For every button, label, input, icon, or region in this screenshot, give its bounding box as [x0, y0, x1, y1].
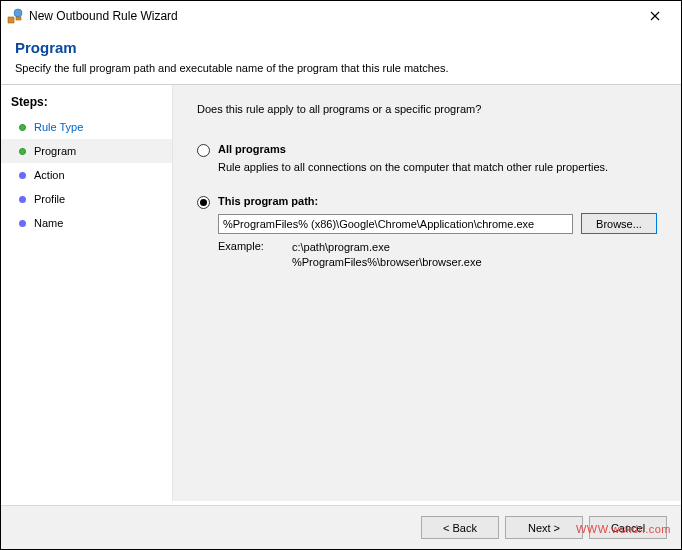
step-bullet-icon: [19, 196, 26, 203]
cancel-button[interactable]: Cancel: [589, 516, 667, 539]
step-bullet-icon: [19, 220, 26, 227]
radio-icon: [197, 196, 210, 209]
example-line: c:\path\program.exe: [292, 240, 482, 255]
svg-rect-1: [16, 17, 21, 20]
radio-label: All programs: [218, 143, 286, 155]
window-title: New Outbound Rule Wizard: [29, 9, 635, 23]
next-button[interactable]: Next >: [505, 516, 583, 539]
step-label: Name: [34, 217, 63, 229]
step-rule-type[interactable]: Rule Type: [1, 115, 172, 139]
radio-label: This program path:: [218, 195, 318, 207]
page-subtitle: Specify the full program path and execut…: [15, 62, 667, 74]
step-bullet-icon: [19, 172, 26, 179]
example-block: Example: c:\path\program.exe %ProgramFil…: [218, 240, 657, 271]
radio-icon: [197, 144, 210, 157]
example-line: %ProgramFiles%\browser\browser.exe: [292, 255, 482, 270]
steps-title: Steps:: [1, 91, 172, 115]
radio-all-programs[interactable]: All programs: [197, 143, 657, 157]
app-icon: [7, 8, 23, 24]
svg-point-0: [14, 9, 22, 17]
steps-sidebar: Steps: Rule Type Program Action Profile …: [1, 85, 173, 501]
step-bullet-icon: [19, 124, 26, 131]
program-path-input[interactable]: [218, 214, 573, 234]
step-label: Profile: [34, 193, 65, 205]
step-label: Rule Type: [34, 121, 83, 133]
wizard-header: Program Specify the full program path an…: [1, 31, 681, 84]
close-button[interactable]: [635, 4, 675, 28]
browse-button[interactable]: Browse...: [581, 213, 657, 234]
back-button[interactable]: < Back: [421, 516, 499, 539]
example-label: Example:: [218, 240, 268, 271]
step-bullet-icon: [19, 148, 26, 155]
title-bar: New Outbound Rule Wizard: [1, 1, 681, 31]
step-label: Action: [34, 169, 65, 181]
page-heading: Program: [15, 39, 667, 56]
wizard-footer: < Back Next > Cancel: [1, 505, 681, 549]
step-profile[interactable]: Profile: [1, 187, 172, 211]
step-name[interactable]: Name: [1, 211, 172, 235]
wizard-content: Does this rule apply to all programs or …: [173, 85, 681, 501]
step-action[interactable]: Action: [1, 163, 172, 187]
radio-all-desc: Rule applies to all connections on the c…: [218, 161, 657, 173]
step-label: Program: [34, 145, 76, 157]
question-text: Does this rule apply to all programs or …: [197, 103, 657, 115]
step-program[interactable]: Program: [1, 139, 172, 163]
radio-this-program-path[interactable]: This program path:: [197, 195, 657, 209]
